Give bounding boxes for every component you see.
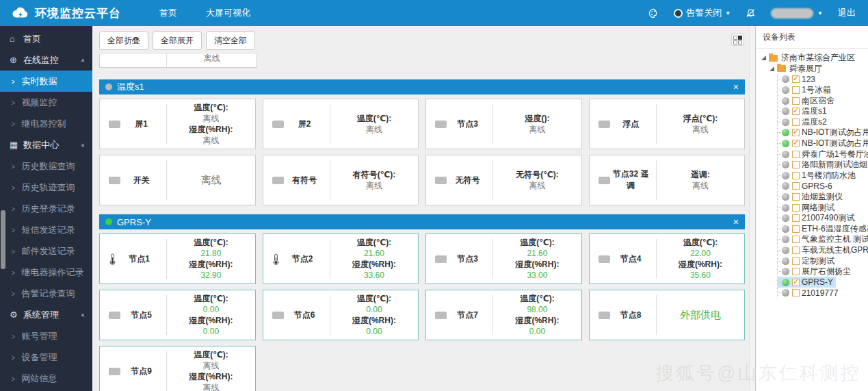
device-tree-item[interactable]: 气象监控主机 测试中 [778, 234, 868, 245]
device-checkbox[interactable] [792, 204, 800, 212]
main-scrollbar-thumb[interactable] [1, 210, 5, 269]
device-tree-item[interactable]: 1号冰箱 [778, 85, 834, 96]
panel-header[interactable]: GPRS-Y [99, 214, 745, 229]
device-tree-item[interactable]: GPRS-Y [778, 277, 836, 288]
device-card[interactable]: 节点4 温度(℃):22.00湿度(%RH):35.60 [589, 234, 746, 284]
device-tree-item[interactable]: 洛阳新雨测试油烟 [778, 160, 868, 171]
device-card[interactable]: 屏2 温度(℃):离线 [263, 99, 419, 149]
sidebar-item-5[interactable]: ▦ 数据中心 [0, 134, 92, 155]
device-tree-item[interactable]: 南区宿舍 [778, 95, 837, 106]
device-checkbox[interactable] [792, 257, 800, 265]
toolbar-button-2[interactable]: 清空全部 [206, 31, 255, 50]
device-card[interactable]: 开关 离线 [99, 155, 256, 205]
device-checkbox[interactable] [792, 214, 800, 222]
device-card[interactable]: 节点32 遥调 遥调:离线 [589, 155, 746, 205]
main-scrollbar[interactable] [749, 26, 755, 391]
device-tree-item[interactable]: 123 [778, 74, 818, 85]
device-tree-item[interactable]: 车载无线主机GPRS-W [778, 245, 868, 256]
device-card[interactable]: 节点7 温度(℃):98.00湿度(%RH):0.00 [425, 290, 582, 340]
device-card[interactable]: 节点2 温度(℃):21.60湿度(%RH):33.60 [263, 234, 419, 284]
device-tree-item[interactable]: 展厅右侧扬尘 [778, 266, 854, 277]
device-checkbox[interactable] [792, 129, 800, 136]
device-checkbox[interactable] [792, 193, 800, 201]
device-checkbox[interactable] [792, 161, 800, 168]
device-tree-item[interactable]: NB-IOT测试勿占用210 [778, 127, 868, 138]
device-checkbox[interactable] [792, 289, 800, 297]
sidebar-item-13[interactable]: ⚙ 系统管理 [0, 304, 92, 325]
device-card[interactable]: 节点3 温度(℃):21.60湿度(%RH):33.00 [425, 234, 582, 284]
device-checkbox[interactable] [792, 97, 800, 105]
toolbar-button-1[interactable]: 全部展开 [153, 31, 202, 50]
sidebar-item-0[interactable]: ⌂ 首页 [0, 28, 92, 49]
device-checkbox[interactable] [792, 140, 800, 147]
notification-muted-icon[interactable] [746, 8, 756, 18]
device-checkbox[interactable] [792, 118, 800, 126]
sidebar-item-2[interactable]: > 实时数据 [0, 71, 92, 92]
tree-expand-icon[interactable] [770, 66, 774, 71]
layout-grid-icon[interactable] [731, 34, 744, 46]
device-checkbox[interactable] [792, 86, 800, 94]
device-checkbox[interactable] [792, 247, 800, 254]
device-card[interactable]: 节点1 温度(℃):21.80湿度(%RH):32.90 [99, 234, 256, 284]
device-tree-item[interactable]: 21007490测试 [778, 213, 857, 224]
sidebar-item-8[interactable]: > 历史登录记录 [0, 198, 92, 219]
device-card[interactable]: 节点8 外部供电 [589, 290, 746, 340]
sidebar-item-15[interactable]: > 设备管理 [0, 346, 92, 368]
device-card[interactable]: 屏1 温度(℃):离线湿度(%RH):离线 [99, 99, 256, 149]
device-tree-item[interactable]: 网络测试 [778, 202, 837, 213]
tree-sub-folder[interactable]: 舜泰展厅 [770, 64, 825, 75]
sidebar-item-1[interactable]: ⊕ 在线监控 [0, 49, 92, 71]
theme-palette-icon[interactable] [648, 8, 659, 18]
device-checkbox[interactable] [792, 108, 800, 115]
sidebar-item-4[interactable]: > 继电器控制 [0, 113, 92, 134]
device-checkbox[interactable] [792, 75, 800, 83]
device-tree-item[interactable]: 1号楼消防水池 [778, 171, 858, 181]
device-card[interactable]: 节点6 温度(℃):0.00湿度(%RH):0.00 [263, 290, 419, 340]
sidebar-item-6[interactable]: > 历史数据查询 [0, 155, 92, 177]
device-tree-item[interactable]: 温度s1 [778, 106, 830, 117]
device-card[interactable]: 浮点 浮点(℃):离线 [589, 99, 746, 149]
device-card[interactable]: 有符号 有符号(℃):离线 [263, 155, 419, 205]
nav-bigscreen[interactable]: 大屏可视化 [194, 0, 263, 26]
panel-close-icon[interactable] [733, 217, 739, 227]
device-tree-item[interactable]: NB-IOT测试勿占用210 [778, 138, 868, 149]
sidebar-item-16[interactable]: > 网站信息 [0, 368, 92, 389]
sidebar-item-14[interactable]: > 账号管理 [0, 325, 92, 346]
nav-home[interactable]: 首页 [147, 0, 189, 26]
user-menu[interactable] [771, 8, 823, 18]
device-checkbox[interactable] [792, 172, 800, 179]
panel-close-icon[interactable] [733, 82, 739, 92]
brand[interactable]: 环境监控云平台 [11, 5, 121, 21]
device-checkbox[interactable] [792, 151, 800, 158]
device-checkbox[interactable] [792, 279, 800, 286]
device-checkbox[interactable] [792, 182, 800, 190]
sidebar-item-7[interactable]: > 历史轨迹查询 [0, 177, 92, 198]
device-tree-item[interactable]: 定制测试 [778, 255, 837, 266]
sidebar-item-12[interactable]: > 告警记录查询 [0, 283, 92, 304]
device-card[interactable]: 节点3 湿度():离线 [425, 99, 582, 149]
device-card[interactable]: 节点5 温度(℃):0.00湿度(%RH):0.00 [99, 290, 256, 340]
device-tree-item[interactable]: 21019777 [778, 288, 841, 299]
logout-button[interactable]: 退出 [838, 7, 856, 19]
device-tree-item[interactable]: ETH-6温湿度传感器 [778, 224, 868, 235]
device-checkbox[interactable] [792, 268, 800, 275]
device-checkbox[interactable] [792, 236, 800, 243]
device-card[interactable]: 节点9 温度(℃):离线湿度(%RH):离线 [99, 346, 256, 391]
device-tree-item[interactable]: GPRS-6 [778, 181, 835, 192]
toolbar-button-0[interactable]: 全部折叠 [99, 31, 148, 50]
device-tree-item[interactable]: 油烟监测仪 [778, 192, 845, 203]
panel-header[interactable]: 温度s1 [99, 79, 745, 94]
tree-expand-icon[interactable] [761, 55, 766, 60]
device-card[interactable]: 无符号 无符号(℃):离线 [425, 155, 582, 205]
alarm-toggle[interactable]: 告警关闭 [674, 7, 731, 19]
sidebar-item-10[interactable]: > 邮件发送记录 [0, 240, 92, 262]
tree-root-folder[interactable]: 济南市某综合产业区 [761, 53, 858, 64]
sidebar-item-3[interactable]: > 视频监控 [0, 92, 92, 113]
device-card-partial[interactable]: 离线 [99, 54, 257, 68]
sidebar-item-11[interactable]: > 继电器操作记录 [0, 262, 92, 283]
device-tree-item[interactable]: 舜泰广场1号餐厅油烟检 [778, 149, 868, 160]
device-label: 展厅右侧扬尘 [802, 266, 851, 277]
device-tree-item[interactable]: 温度s2 [778, 117, 830, 128]
sidebar-item-9[interactable]: > 短信发送记录 [0, 219, 92, 240]
device-checkbox[interactable] [792, 225, 800, 233]
